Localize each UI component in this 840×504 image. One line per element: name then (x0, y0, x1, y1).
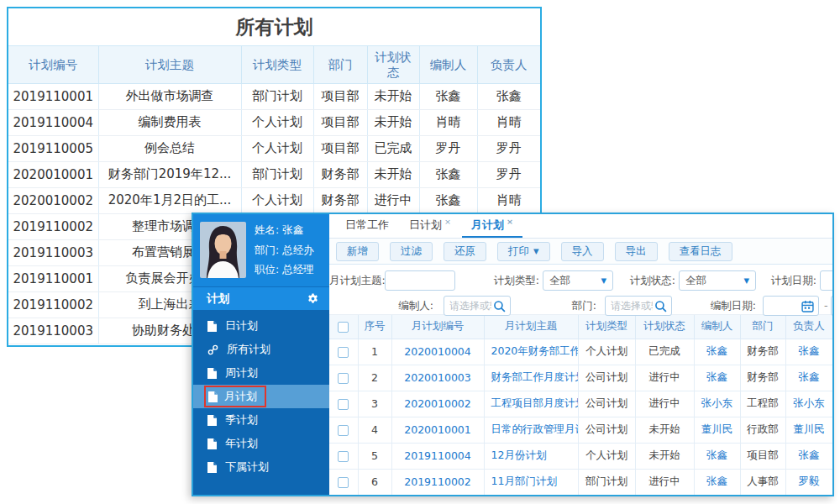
profile-dept: 部门: 总经办 (255, 244, 314, 258)
plan-editor: 张鑫 (419, 83, 477, 109)
plan-code-link[interactable]: 2019110004 (391, 443, 484, 469)
sidebar-item-subordinate-plan[interactable]: 下属计划 (193, 455, 329, 479)
editor-filter-input[interactable] (444, 296, 511, 316)
search-icon[interactable] (493, 300, 506, 312)
dept-filter-input[interactable] (605, 296, 672, 316)
plan-code-link[interactable]: 2019110002 (391, 469, 484, 495)
gear-icon[interactable] (307, 292, 319, 305)
tab-monthly-plan[interactable]: 月计划× (462, 217, 522, 238)
plan-code-link[interactable]: 2020010002 (391, 391, 484, 417)
all-plans-title: 所有计划 (8, 8, 540, 46)
table-row: 2019110005 例会总结 个人计划 项目部 已完成 罗丹 罗丹 (8, 135, 540, 161)
plan-status: 未开始 (635, 443, 694, 469)
plan-editor-link[interactable]: 张小东 (694, 391, 740, 417)
subject-input[interactable] (386, 271, 454, 290)
plan-subject-link[interactable]: 11月部门计划 (484, 469, 578, 495)
tab-daily-work[interactable]: 日常工作 (336, 218, 398, 238)
plan-status: 进行中 (367, 187, 419, 213)
plan-owner-link[interactable]: 张鑫 (785, 339, 832, 365)
row-checkbox[interactable] (338, 425, 349, 436)
plan-subject: 例会总结 (98, 135, 241, 161)
plan-owner-link[interactable]: 董川民 (785, 417, 832, 443)
plan-date-filter-label: 计划日期: (768, 270, 816, 291)
plan-editor-link[interactable]: 张鑫 (694, 339, 740, 365)
calendar-icon[interactable] (801, 300, 814, 312)
row-checkbox[interactable] (338, 373, 349, 384)
plan-owner: 肖晴 (477, 187, 540, 213)
plan-dept: 项目部 (313, 83, 367, 109)
sidebar-item-daily-plan[interactable]: 日计划 (193, 314, 329, 338)
sidebar: 姓名: 张鑫 部门: 总经办 职位: 总经理 计划 日计划 (193, 214, 329, 495)
compile-date-end-field[interactable] (832, 297, 832, 315)
print-button[interactable]: 打印▼ (497, 242, 550, 261)
view-logs-button[interactable]: 查看日志 (669, 242, 732, 261)
plan-owner-link[interactable]: 张小东 (785, 391, 832, 417)
search-icon[interactable] (654, 300, 667, 312)
plan-editor-link[interactable]: 张鑫 (694, 469, 740, 495)
reset-button[interactable]: 还原 (444, 242, 486, 261)
plan-owner-link[interactable]: 罗毅 (785, 469, 832, 495)
table-row: 3 2020010002 工程项目部月度计划 公司计划 进行中 张小东 工程部 … (329, 391, 832, 417)
plan-dept: 工程部 (740, 391, 785, 417)
plan-date-input[interactable] (820, 270, 832, 291)
close-icon[interactable]: × (444, 217, 451, 226)
table-row: 4 2020010001 日常的行政管理月计划 公司计划 未开始 董川民 行政部… (329, 417, 832, 443)
plan-subject-link[interactable]: 2020年财务部工作月... (484, 339, 578, 365)
row-checkbox[interactable] (338, 451, 349, 462)
plan-owner-link[interactable]: 张鑫 (785, 443, 832, 469)
sidebar-item-quarterly-plan[interactable]: 季计划 (193, 408, 329, 432)
plan-subject-link[interactable]: 日常的行政管理月计划 (484, 417, 578, 443)
sidebar-item-weekly-plan[interactable]: 周计划 (193, 361, 329, 385)
import-button[interactable]: 导入 (561, 242, 604, 261)
row-checkbox[interactable] (338, 477, 349, 488)
sidebar-item-monthly-plan[interactable]: 月计划 (193, 385, 329, 408)
sidebar-item-all-plans[interactable]: 所有计划 (193, 338, 329, 361)
plan-status: 已完成 (367, 135, 419, 161)
column-header: 部门 (313, 46, 367, 83)
export-button[interactable]: 导出 (615, 242, 658, 261)
plan-code: 2019110001 (8, 265, 98, 291)
plan-owner-link[interactable]: 张鑫 (785, 365, 832, 391)
column-header: 编制人 (419, 46, 477, 83)
plan-subject-link[interactable]: 财务部工作月度计划 (484, 365, 578, 391)
type-select-value: 全部 (549, 274, 570, 288)
tab-bar: 日常工作 日计划× 月计划× (329, 214, 832, 239)
sidebar-section-plan[interactable]: 计划 (193, 286, 329, 310)
filter-button[interactable]: 过滤 (390, 242, 433, 261)
plan-type: 个人计划 (578, 339, 635, 365)
row-checkbox[interactable] (338, 347, 349, 358)
add-button[interactable]: 新增 (336, 242, 379, 261)
plan-editor-link[interactable]: 董川民 (694, 417, 740, 443)
plan-editor-link[interactable]: 张鑫 (694, 365, 740, 391)
plan-type: 个人计划 (578, 443, 635, 469)
subject-filter-input[interactable] (385, 270, 455, 291)
type-select[interactable]: 全部 ▼ (543, 270, 613, 291)
status-select[interactable]: 全部 ▼ (679, 270, 756, 291)
file-icon (207, 462, 217, 473)
chevron-down-icon: ▼ (601, 276, 606, 285)
plan-code-link[interactable]: 2020010003 (391, 365, 484, 391)
table-row: 5 2019110004 12月份计划 个人计划 未开始 张鑫 项目部 张鑫 (329, 443, 832, 469)
plan-dept: 财务部 (740, 339, 785, 365)
plan-status: 进行中 (635, 469, 694, 495)
plan-subject-link[interactable]: 工程项目部月度计划 (484, 391, 578, 417)
plan-status: 已完成 (635, 339, 694, 365)
close-icon[interactable]: × (507, 217, 513, 226)
plan-date-field[interactable] (821, 271, 832, 290)
plan-status: 未开始 (367, 161, 419, 187)
file-icon (207, 321, 217, 332)
plan-code-link[interactable]: 2020010004 (391, 339, 484, 365)
plan-type: 公司计划 (578, 417, 635, 443)
sidebar-item-yearly-plan[interactable]: 年计划 (193, 432, 329, 455)
plan-owner: 张鑫 (477, 83, 540, 109)
plan-editor-link[interactable]: 张鑫 (694, 443, 740, 469)
tab-daily-plan[interactable]: 日计划× (400, 217, 460, 238)
plan-subject-link[interactable]: 12月份计划 (484, 443, 578, 469)
plan-code: 2019110005 (8, 135, 98, 161)
compile-date-end-input[interactable] (831, 296, 832, 316)
monthly-plan-grid: 序号 月计划编号 月计划主题 计划类型 计划状态 编制人 部门 负责人 1 2 (329, 315, 832, 495)
plan-code-link[interactable]: 2020010001 (391, 417, 484, 443)
select-all-checkbox[interactable] (338, 322, 349, 333)
row-checkbox[interactable] (338, 399, 349, 410)
compile-date-start-input[interactable] (763, 296, 819, 316)
